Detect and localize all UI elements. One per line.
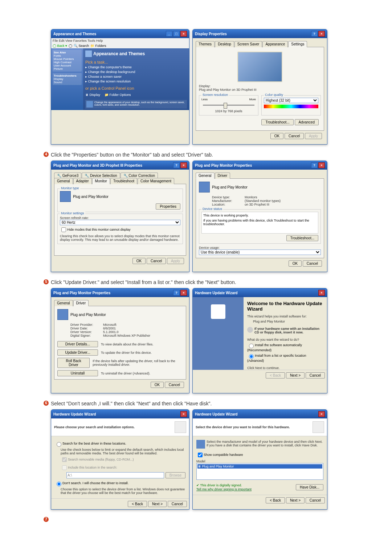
close-icon[interactable]: ×: [318, 411, 325, 417]
resolution-slider[interactable]: [203, 105, 254, 106]
apply-button[interactable]: Apply: [167, 258, 184, 264]
browse-button: Browse: [166, 472, 185, 478]
max-icon[interactable]: □: [173, 31, 180, 37]
ok-button[interactable]: OK: [289, 260, 302, 267]
task-link[interactable]: ▸ Change the desktop background: [85, 70, 187, 74]
back-button[interactable]: < Back: [266, 497, 285, 503]
window-select-driver: Hardware Update Wizard× Select the devic…: [192, 409, 327, 510]
refresh-rate-label: Screen refresh rate:: [60, 216, 180, 220]
refresh-rate-select[interactable]: 60 Hertz: [60, 220, 180, 225]
cp-icon-folder[interactable]: 📁 Folder Options: [105, 93, 131, 97]
cancel-button[interactable]: Cancel: [303, 260, 322, 267]
task-link[interactable]: ▸ Change the screen resolution: [85, 80, 187, 83]
help-icon[interactable]: ?: [173, 290, 180, 296]
tab-general[interactable]: General: [196, 173, 215, 179]
help-icon[interactable]: ?: [311, 162, 318, 168]
tab-adapter[interactable]: Adapter: [73, 178, 92, 184]
close-icon[interactable]: ×: [318, 31, 325, 37]
help-icon[interactable]: ?: [311, 31, 318, 37]
tab-monitor[interactable]: Monitor: [92, 178, 110, 184]
update-driver-button[interactable]: Update Driver...: [57, 349, 98, 356]
back-icon[interactable]: ◯ Back ▾: [53, 44, 67, 48]
close-icon[interactable]: ×: [180, 31, 187, 37]
close-icon[interactable]: ×: [180, 411, 187, 417]
cancel-button[interactable]: Cancel: [306, 372, 325, 378]
color-quality-select[interactable]: Highest (32 bit): [264, 98, 318, 103]
ok-button[interactable]: OK: [270, 133, 283, 139]
next-button[interactable]: Next >: [286, 372, 305, 378]
see-also-box: See Also Fonts Mouse Pointers High Contr…: [53, 50, 82, 72]
cancel-button[interactable]: Cancel: [168, 501, 187, 507]
search-icon[interactable]: 🔍 Search: [74, 44, 89, 48]
device-usage-select[interactable]: Use this device (enable): [199, 250, 321, 255]
step-6-text: Select "Don't search ,I will." then clic…: [51, 401, 341, 406]
troubleshoot-button[interactable]: Troubleshoot...: [261, 119, 293, 125]
back-button[interactable]: < Back: [128, 501, 147, 507]
title: Plug and Play Monitor Properties: [195, 163, 252, 167]
driver-details-button[interactable]: Driver Details...: [57, 341, 98, 347]
or-pick: or pick a Control Panel icon: [85, 86, 187, 90]
ok-button[interactable]: OK: [132, 258, 146, 264]
tab-troubleshoot[interactable]: Troubleshoot: [110, 178, 137, 184]
next-button[interactable]: Next >: [148, 501, 167, 507]
ok-button[interactable]: OK: [151, 382, 164, 388]
tab-driver[interactable]: Driver: [73, 300, 89, 306]
opt-search[interactable]: [57, 442, 61, 447]
have-disk-button[interactable]: Have Disk...: [296, 484, 323, 490]
tab-general[interactable]: General: [54, 178, 73, 184]
tab-general[interactable]: General: [54, 300, 73, 306]
hide-modes-checkbox[interactable]: [61, 227, 66, 232]
wizard-icon: [175, 421, 186, 433]
wizard-heading: Select the device driver you want to ins…: [196, 425, 290, 429]
hint: Change the appearance of your desktop, s…: [85, 100, 187, 109]
close-icon[interactable]: ×: [318, 290, 325, 296]
monitor-icon: [86, 101, 93, 108]
step-4-text: Click the "Properties" button on the "Mo…: [51, 152, 341, 158]
cancel-button[interactable]: Cancel: [165, 382, 184, 388]
tab-color-corr[interactable]: 🔧 Color Correction: [121, 173, 158, 178]
back-button[interactable]: < Back: [266, 372, 285, 378]
close-icon[interactable]: ×: [180, 162, 187, 168]
title: Hardware Update Wizard: [53, 412, 96, 416]
tab-settings[interactable]: Settings: [288, 41, 307, 47]
fwd-icon[interactable]: ◯: [69, 44, 72, 48]
help-icon[interactable]: ?: [173, 162, 180, 168]
tab-device-sel[interactable]: 🔧 Device Selection: [82, 173, 120, 178]
path-input: [66, 472, 164, 478]
opt-list[interactable]: [249, 354, 254, 359]
task-link[interactable]: ▸ Change the computer's theme: [85, 65, 187, 69]
tab-geforce[interactable]: 🔧 GeForce3: [54, 173, 81, 178]
tab-appearance[interactable]: Appearance: [262, 41, 288, 47]
show-compat-checkbox[interactable]: [198, 453, 203, 457]
tab-desktop[interactable]: Desktop: [215, 41, 234, 47]
uninstall-button[interactable]: Uninstall: [57, 370, 98, 376]
advanced-button[interactable]: Advanced: [295, 119, 319, 125]
close-icon[interactable]: ×: [180, 290, 187, 296]
tab-color-mgmt[interactable]: Color Management: [138, 178, 174, 184]
properties-button[interactable]: Properties: [156, 203, 180, 210]
signing-link[interactable]: Tell me why driver signing is important: [196, 487, 252, 491]
model-list[interactable]: 🖥 Plug and Play Monitor: [196, 463, 323, 480]
monitor-icon: [60, 191, 71, 202]
min-icon[interactable]: _: [166, 31, 172, 37]
cancel-button[interactable]: Cancel: [285, 133, 304, 139]
cancel-button[interactable]: Cancel: [306, 497, 325, 503]
opt-auto[interactable]: [249, 344, 254, 348]
rollback-button[interactable]: Roll Back Driver: [57, 358, 90, 368]
troubleshoot-button[interactable]: Troubleshoot...: [286, 235, 318, 241]
tab-themes[interactable]: Themes: [196, 41, 215, 47]
cancel-button[interactable]: Cancel: [147, 258, 166, 264]
cp-icon-display[interactable]: 🖥 Display: [85, 93, 100, 97]
apply-button[interactable]: Apply: [305, 133, 322, 139]
next-button[interactable]: Next >: [286, 497, 305, 503]
display-value: Plug and Play Monitor on 3D Prophet III: [199, 88, 321, 92]
tab-driver[interactable]: Driver: [215, 173, 230, 179]
folders-icon[interactable]: 📁 Folders: [90, 44, 106, 48]
hide-note: Clearing this check box allows you to se…: [60, 234, 180, 242]
task-link[interactable]: ▸ Choose a screen saver: [85, 75, 187, 78]
tab-screensaver[interactable]: Screen Saver: [234, 41, 262, 47]
close-icon[interactable]: ×: [318, 162, 325, 168]
opt-dont-search[interactable]: [57, 482, 61, 486]
toolbar: File Edit View Favorites Tools Help: [51, 38, 189, 43]
title: Plug and Play Monitor Properties: [53, 291, 110, 295]
